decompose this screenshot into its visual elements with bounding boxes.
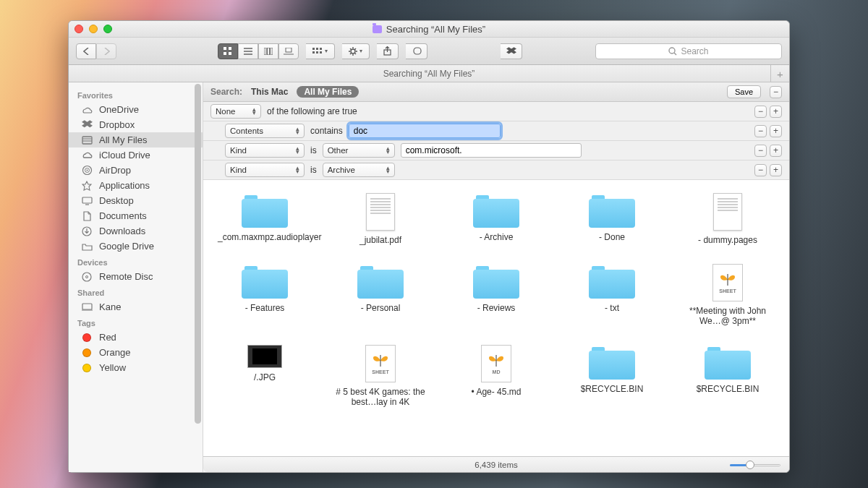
toolbar: ▾ ▾ Search — [69, 38, 789, 65]
tags-button[interactable] — [406, 43, 427, 59]
sidebar: FavoritesOneDriveDropboxAll My FilesiClo… — [69, 82, 203, 472]
svg-point-17 — [669, 48, 675, 53]
sidebar-item-all-my-files[interactable]: All My Files — [69, 132, 203, 147]
add-row-button[interactable]: + — [770, 125, 782, 137]
file-label: # 5 best 4K games: the best…lay in 4K — [333, 387, 427, 407]
zoom-window-button[interactable] — [103, 25, 112, 33]
remove-row-button[interactable]: − — [754, 106, 767, 118]
file-item[interactable]: SHEET**Meeting with John We…@ 3pm** — [673, 264, 782, 326]
criteria-popup[interactable]: Archive▴▾ — [323, 163, 395, 177]
criteria-value-input[interactable] — [401, 143, 582, 158]
sidebar-item-orange[interactable]: Orange — [69, 345, 203, 360]
tag-icon — [80, 363, 93, 373]
criteria-popup[interactable]: Other▴▾ — [323, 143, 395, 158]
add-row-button[interactable]: + — [770, 164, 782, 176]
folder-icon — [589, 264, 635, 299]
remove-row-button[interactable]: − — [754, 145, 767, 157]
criteria-popup[interactable]: Kind▴▾ — [225, 143, 305, 158]
action-button[interactable]: ▾ — [342, 43, 370, 59]
file-item[interactable]: _com.maxmpz.audioplayer — [210, 193, 319, 245]
share-button[interactable] — [377, 43, 399, 59]
sidebar-item-airdrop[interactable]: AirDrop — [69, 163, 203, 178]
file-item[interactable]: - Done — [558, 193, 666, 245]
scope-all-my-files[interactable]: All My Files — [297, 86, 359, 98]
file-item[interactable]: $RECYCLE.BIN — [558, 345, 666, 407]
search-field[interactable]: Search — [595, 43, 782, 59]
tag-icon — [80, 333, 93, 343]
file-item[interactable]: SHEET# 5 best 4K games: the best…lay in … — [326, 345, 435, 407]
criteria-popup[interactable]: Kind▴▾ — [225, 163, 305, 177]
file-item[interactable]: - Archive — [442, 193, 550, 245]
remove-criteria-button[interactable]: − — [770, 86, 782, 98]
applications-icon — [80, 181, 93, 191]
list-view-button[interactable] — [238, 43, 258, 59]
file-item[interactable]: - Features — [210, 264, 319, 326]
add-row-button[interactable]: + — [770, 145, 782, 157]
coverflow-view-button[interactable] — [278, 43, 299, 59]
sidebar-item-applications[interactable]: Applications — [69, 178, 203, 193]
scope-this-mac[interactable]: This Mac — [251, 87, 288, 97]
file-item[interactable]: - dummy.pages — [673, 193, 782, 245]
md-icon: MD — [481, 345, 511, 382]
sidebar-header: Favorites — [69, 87, 203, 102]
file-item[interactable]: MD• Age- 45.md — [442, 345, 550, 407]
svg-rect-6 — [271, 48, 273, 55]
save-search-button[interactable]: Save — [727, 85, 761, 98]
file-item[interactable]: - Personal — [326, 264, 435, 326]
file-item[interactable]: $RECYCLE.BIN — [673, 345, 782, 407]
sidebar-item-yellow[interactable]: Yellow — [69, 360, 203, 375]
column-view-button[interactable] — [258, 43, 278, 59]
remove-row-button[interactable]: − — [754, 164, 767, 176]
sheet-icon: SHEET — [365, 345, 396, 382]
svg-rect-5 — [268, 48, 270, 55]
file-item[interactable]: _jubilat.pdf — [326, 193, 435, 245]
svg-rect-11 — [312, 51, 315, 53]
forward-button[interactable] — [96, 43, 116, 59]
dropbox-toolbar-button[interactable] — [501, 43, 522, 59]
close-window-button[interactable] — [75, 25, 83, 33]
sidebar-item-label: All My Files — [99, 134, 147, 145]
criteria-popup[interactable]: None▴▾ — [210, 104, 261, 119]
criteria-value-input[interactable] — [349, 124, 501, 138]
sidebar-item-dropbox[interactable]: Dropbox — [69, 117, 203, 132]
arrange-button[interactable]: ▾ — [306, 43, 335, 59]
file-item[interactable]: - Reviews — [442, 264, 550, 326]
sidebar-item-kane[interactable]: Kane — [69, 299, 203, 314]
sidebar-scrollbar[interactable] — [195, 84, 201, 424]
sidebar-item-red[interactable]: Red — [69, 330, 203, 345]
file-item[interactable]: - txt — [558, 264, 666, 326]
new-tab-button[interactable]: + — [770, 65, 789, 82]
computer-icon — [80, 302, 93, 312]
tag-icon — [80, 348, 93, 358]
sidebar-item-desktop[interactable]: Desktop — [69, 193, 203, 208]
sidebar-item-google-drive[interactable]: Google Drive — [69, 239, 203, 254]
svg-point-24 — [82, 273, 91, 281]
sidebar-item-remote-disc[interactable]: Remote Disc — [69, 269, 203, 284]
minimize-window-button[interactable] — [89, 25, 98, 33]
sidebar-item-downloads[interactable]: Downloads — [69, 223, 203, 239]
window-title: Searching “All My Files” — [386, 24, 485, 35]
finder-window: Searching “All My Files” ▾ ▾ — [68, 20, 790, 473]
sidebar-item-documents[interactable]: Documents — [69, 208, 203, 223]
sidebar-item-label: Yellow — [99, 362, 126, 373]
svg-rect-18 — [82, 137, 92, 144]
criteria-popup[interactable]: Contents▴▾ — [225, 124, 305, 138]
sidebar-item-label: Red — [99, 332, 116, 343]
folder-icon — [80, 241, 93, 252]
sidebar-item-icloud-drive[interactable]: iCloud Drive — [69, 147, 203, 163]
file-grid[interactable]: _com.maxmpz.audioplayer_jubilat.pdf- Arc… — [203, 180, 789, 456]
remove-row-button[interactable]: − — [754, 125, 767, 137]
tab-title[interactable]: Searching “All My Files” — [383, 69, 475, 79]
criteria-row: Kind▴▾isOther▴▾−+ — [203, 141, 789, 160]
add-row-button[interactable]: + — [770, 106, 782, 118]
icon-view-button[interactable] — [218, 43, 238, 59]
back-button[interactable] — [76, 43, 96, 59]
sidebar-item-onedrive[interactable]: OneDrive — [69, 102, 203, 117]
title-folder-icon — [373, 25, 382, 33]
file-item[interactable]: /.JPG — [210, 345, 319, 407]
svg-rect-4 — [264, 48, 266, 55]
search-scope-bar: Search: This Mac All My Files Save − — [203, 82, 789, 102]
sidebar-header: Shared — [69, 284, 203, 299]
icon-size-slider[interactable] — [730, 460, 780, 470]
allmyfiles-icon — [80, 135, 93, 145]
